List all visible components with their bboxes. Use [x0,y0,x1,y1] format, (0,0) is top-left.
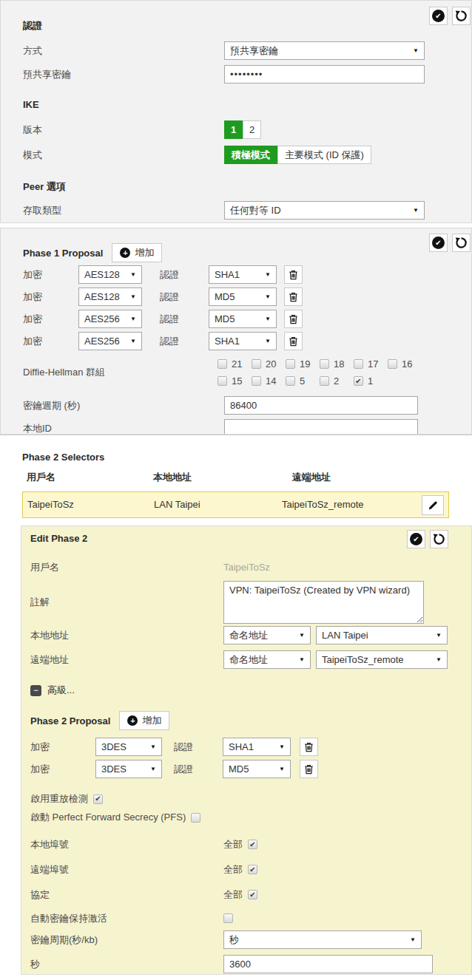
delete-proposal-button[interactable] [300,760,318,778]
protocol-label: 協定 [30,885,223,904]
local-port-all-checkbox[interactable]: ✔ [248,840,257,849]
chevron-down-icon: ▼ [413,207,419,214]
trash-icon [288,336,299,347]
peer-options-title: Peer 選項 [23,180,66,194]
chevron-down-icon: ▼ [150,766,156,772]
collapse-minus-icon: − [30,685,41,696]
phase2-authentication-select-1[interactable]: MD5▼ [223,760,291,778]
phase2-keylife-label: 密鑰周期(秒/kb) [30,930,223,949]
phase1-proposal-title: Phase 1 Proposal [23,248,103,259]
advanced-toggle[interactable]: − 高級... [30,684,75,697]
authentication-label: 認證 [142,313,209,326]
dh-group-17-checkbox[interactable]: ✔ [354,359,363,369]
phase1-authentication-select-0[interactable]: SHA1▼ [209,265,277,284]
add-phase2-proposal-button[interactable]: + 增加 [119,711,169,730]
accept-types-select[interactable]: 任何對等 ID ▼ [224,201,425,220]
accept-button[interactable]: ✔ [429,234,448,252]
comments-textarea[interactable]: VPN: TaipeiToSz (Created by VPN wizard) [223,581,424,624]
delete-proposal-button[interactable] [284,332,303,350]
phase1-authentication-select-2[interactable]: MD5▼ [209,310,277,328]
auth-section-title: 認證 [23,19,42,33]
phase1-encryption-select-1[interactable]: AES128▼ [78,287,142,306]
accept-button[interactable]: ✔ [429,7,448,25]
chevron-down-icon: ▼ [130,293,136,300]
undo-icon [455,10,468,22]
plus-icon: + [127,715,138,726]
selectors-table-header: 用戶名 本地地址 遠端地址 [0,471,472,484]
selector-table-row[interactable]: TaipeiToSz LAN Taipei TaipeiToSz_remote [22,491,449,518]
encryption-label: 加密 [30,763,95,776]
ike-version-2-button[interactable]: 2 [243,120,261,139]
column-local-address: 本地地址 [153,471,192,484]
chevron-down-icon: ▼ [279,766,285,772]
local-id-input[interactable] [224,419,418,435]
phase1-encryption-select-2[interactable]: AES256▼ [78,310,142,328]
dh-group-14-checkbox[interactable]: ✔ [252,376,261,386]
revert-button[interactable] [452,234,471,252]
chevron-down-icon: ▼ [410,936,416,943]
authentication-label: 認證 [162,763,223,776]
trash-icon [288,291,299,303]
dh-group-label: Diffie-Hellman 群組 [23,366,105,379]
chevron-down-icon: ▼ [299,632,305,639]
revert-button[interactable] [430,530,448,548]
remote-address-type-select[interactable]: 命名地址▼ [223,650,311,669]
accept-button[interactable]: ✔ [407,530,425,548]
dh-group-16-checkbox[interactable]: ✔ [388,359,397,369]
seconds-input[interactable] [223,955,433,973]
chevron-down-icon: ▼ [279,743,285,750]
dh-group-2-checkbox[interactable]: ✔ [320,376,329,386]
trash-icon [288,269,299,281]
keylife-type-select[interactable]: 秒▼ [223,930,422,949]
keylife-input[interactable] [224,396,418,415]
local-address-label: 本地地址 [30,626,223,644]
dh-group-20-checkbox[interactable]: ✔ [252,359,261,369]
delete-proposal-button[interactable] [284,310,303,328]
phase1-authentication-select-3[interactable]: SHA1▼ [209,332,277,350]
protocol-all-checkbox[interactable]: ✔ [248,890,257,899]
preshared-key-input[interactable] [224,65,425,84]
remote-address-select[interactable]: TaipeiToSz_remote▼ [316,650,448,669]
name-label: 用戶名 [30,558,223,576]
phase2-encryption-select-1[interactable]: 3DES▼ [95,760,162,778]
remote-address-label: 遠端地址 [30,650,223,669]
local-address-select[interactable]: LAN Taipei▼ [316,626,448,644]
undo-icon [455,237,468,249]
all-label: 全部 [223,838,243,851]
column-name: 用戶名 [27,471,55,484]
remote-port-all-checkbox[interactable]: ✔ [248,865,257,874]
version-label: 版本 [23,120,224,139]
replay-detection-checkbox[interactable]: ✔ [93,794,103,804]
dh-group-1-checkbox[interactable]: ✔ [354,376,363,386]
phase2-selectors-title: Phase 2 Selectors [22,452,104,463]
phase1-authentication-select-1[interactable]: MD5▼ [209,287,277,306]
dh-group-18-checkbox[interactable]: ✔ [320,359,329,369]
phase1-proposal-card: ✔ Phase 1 Proposal + 增加 加密 AES128▼ 認證 SH… [0,228,472,435]
dh-group-5-checkbox[interactable]: ✔ [286,376,295,386]
trash-icon [303,741,314,753]
selector-remote-address: TaipeiToSz_remote [282,499,364,510]
ike-version-1-button[interactable]: 1 [224,120,243,139]
local-address-type-select[interactable]: 命名地址▼ [223,626,311,644]
add-phase1-proposal-button[interactable]: + 增加 [112,243,162,262]
revert-button[interactable] [452,7,471,25]
delete-proposal-button[interactable] [284,265,303,284]
main-mode-button[interactable]: 主要模式 (ID 保護) [277,146,371,164]
phase1-encryption-select-3[interactable]: AES256▼ [78,332,142,350]
undo-icon [433,533,445,545]
dh-group-19-checkbox[interactable]: ✔ [286,359,295,369]
delete-proposal-button[interactable] [300,738,318,756]
phase2-authentication-select-0[interactable]: SHA1▼ [223,738,291,756]
dh-group-15-checkbox[interactable]: ✔ [218,376,227,386]
pfs-checkbox[interactable]: ✔ [191,813,200,823]
phase1-encryption-select-0[interactable]: AES128▼ [78,265,142,284]
local-id-label: 本地ID [23,419,224,435]
dh-group-21-checkbox[interactable]: ✔ [218,359,227,369]
method-select[interactable]: 預共享密鑰 ▼ [224,41,425,60]
aggressive-mode-button[interactable]: 積極模式 [224,146,277,164]
phase2-encryption-select-0[interactable]: 3DES▼ [95,738,162,756]
edit-selector-button[interactable] [422,495,444,515]
delete-proposal-button[interactable] [284,287,303,306]
autokey-keepalive-checkbox[interactable]: ✔ [223,913,233,923]
selector-name: TaipeiToSz [27,499,74,510]
